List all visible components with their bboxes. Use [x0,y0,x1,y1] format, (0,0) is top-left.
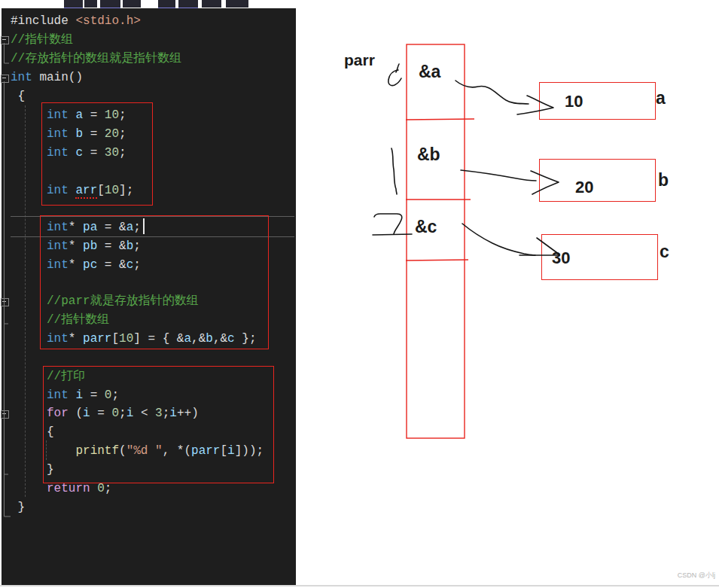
var-label-a: a [656,88,666,108]
arrow-c [462,224,535,255]
fold-toggle-icon[interactable] [1,75,9,83]
code-line[interactable]: { [11,87,25,106]
watermark: CSDN @小lj [651,571,715,580]
code-line[interactable]: //指针数组 [11,31,73,50]
array-cell-label-a: &a [419,62,440,82]
parr-array-column [406,44,474,438]
code-line[interactable]: } [11,498,25,517]
fold-toggle-icon[interactable] [1,36,9,44]
parr-label: parr [344,51,375,69]
value-b: 20 [575,178,593,197]
var-label-b: b [658,170,669,190]
array-cell-label-b: &b [417,145,440,165]
annotation-box [40,215,269,349]
toolbar-remnant [123,0,141,8]
page: { "annotation_red": "#e8251f", "watermar… [0,0,719,588]
parr-hook-stroke [388,64,401,86]
annotation-box [43,366,274,483]
annotation-box [41,102,153,206]
toolbar-remnant [84,0,97,8]
value-a: 10 [565,92,583,111]
toolbar-remnant [226,0,248,8]
value-c: 30 [552,248,570,268]
code-line[interactable]: #include <stdio.h> [11,12,141,31]
arrow-a [455,81,529,104]
fold-toggle-icon[interactable] [1,298,9,306]
toolbar-remnant [202,0,221,8]
window-bottom-divider [0,585,719,586]
array-cell-label-c: &c [415,217,437,237]
value-box-b [539,159,656,202]
value-box-a [539,82,656,120]
code-line[interactable]: //存放指针的数组就是指针数组 [11,50,181,69]
b-squiggle-stroke [391,148,397,194]
var-label-c: c [660,242,669,262]
fold-toggle-icon[interactable] [1,410,9,419]
arrow-b [461,170,536,181]
c-two-stroke [373,214,412,235]
code-line[interactable]: int main() [11,69,83,87]
hand-arrows [373,64,559,255]
